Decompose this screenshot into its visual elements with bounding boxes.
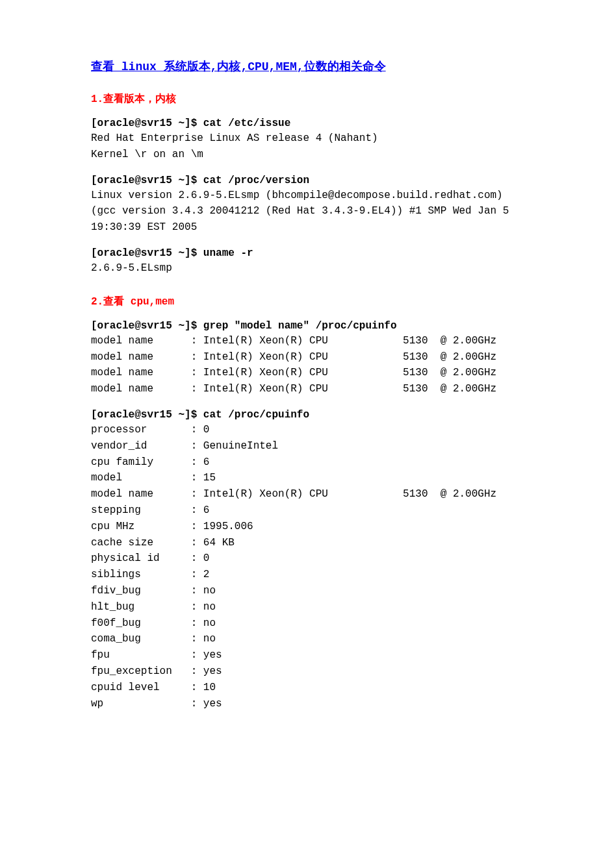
- section-2-heading: 2.查看 cpu,mem: [91, 295, 523, 308]
- command-cat-etc-issue: [oracle@svr15 ~]$ cat /etc/issue: [91, 118, 523, 129]
- command-uname-r: [oracle@svr15 ~]$ uname -r: [91, 247, 523, 259]
- command-cat-proc-cpuinfo: [oracle@svr15 ~]$ cat /proc/cpuinfo: [91, 409, 523, 421]
- command-grep-model-name: [oracle@svr15 ~]$ grep "model name" /pro…: [91, 320, 523, 332]
- output-uname-r: 2.6.9-5.ELsmp: [91, 260, 523, 277]
- output-cat-proc-cpuinfo: processor : 0 vendor_id : GenuineIntel c…: [91, 422, 523, 712]
- command-cat-proc-version: [oracle@svr15 ~]$ cat /proc/version: [91, 175, 523, 186]
- output-grep-model-name: model name : Intel(R) Xeon(R) CPU 5130 @…: [91, 333, 523, 397]
- document-title-link[interactable]: 查看 linux 系统版本,内核,CPU,MEM,位数的相关命令: [91, 60, 386, 73]
- output-cat-proc-version: Linux version 2.6.9-5.ELsmp (bhcompile@d…: [91, 188, 523, 236]
- section-1-heading: 1.查看版本，内核: [91, 92, 523, 106]
- output-cat-etc-issue: Red Hat Enterprise Linux AS release 4 (N…: [91, 130, 523, 163]
